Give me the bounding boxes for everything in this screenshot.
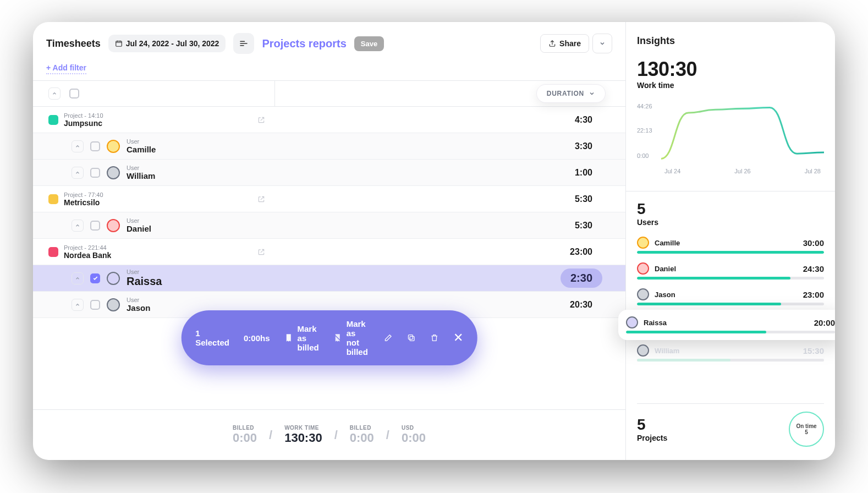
row-meta: Project - 221:44 [64,244,111,251]
duration-column-header[interactable]: DURATION [536,84,606,103]
insights-user-row[interactable]: Jason23:00 [637,284,824,310]
chevron-down-icon [589,90,595,97]
chart-y-tick: 22:13 [637,127,652,134]
billed2-label: BILLED [350,425,371,431]
chart-x-tick: Jul 24 [664,168,680,174]
row-name: Raissa [127,275,162,288]
table-row[interactable]: UserDaniel5:30 [33,212,625,239]
trash-icon [430,333,439,342]
table-row[interactable]: Project - 14:10Jumpsunc4:30 [33,107,625,133]
progress-bar [637,277,824,280]
table-row[interactable]: Project - 77:40Metricsilo5:30 [33,186,625,212]
avatar [107,219,120,232]
table-row[interactable]: Project - 221:44Nordea Bank23:00 [33,239,625,265]
receipt-icon [284,333,293,342]
billed2-value: 0:00 [350,431,374,445]
row-name: Camille [127,145,156,154]
table-row[interactable]: UserCamille3:30 [33,133,625,160]
insights-user-row[interactable]: Raissa20:00 [618,310,835,340]
delete-button[interactable] [430,333,439,342]
project-color-icon [48,194,58,204]
save-button[interactable]: Save [354,36,384,51]
row-duration: 3:30 [575,141,592,151]
row-checkbox[interactable] [90,273,100,283]
insights-user-time: 15:30 [803,346,824,355]
row-duration: 4:30 [575,115,592,125]
insights-user-row[interactable]: Daniel24:30 [637,258,824,284]
duration-label: DURATION [547,90,584,97]
billed-label: BILLED [233,425,254,431]
row-meta: User [127,165,155,171]
avatar [626,316,638,328]
row-collapse-toggle[interactable] [72,167,84,179]
header: Timesheets Jul 24, 2022 - Jul 30, 2022 P… [33,22,625,59]
layout-toggle-button[interactable] [233,33,254,54]
insights-user-name: Raissa [644,319,667,327]
chart-x-tick: Jul 28 [805,168,821,174]
avatar [107,298,120,311]
insights-user-name: William [655,347,679,355]
row-meta: Project - 14:10 [64,112,103,119]
date-range-text: Jul 24, 2022 - Jul 30, 2022 [126,39,219,48]
row-name: Nordea Bank [64,251,111,260]
timesheet-table: DURATION Project - 14:10Jumpsunc4:30User… [33,80,625,409]
insights-work-time-value: 130:30 [637,58,824,81]
work-time-label: WORK TIME [284,425,319,431]
row-collapse-toggle[interactable] [72,140,84,152]
insights-user-name: Camille [655,239,680,247]
mark-billed-button[interactable]: Mark as billed [284,324,318,352]
row-collapse-toggle[interactable] [72,220,84,232]
usd-value: 0:00 [402,431,426,445]
progress-bar [637,359,824,361]
edit-button[interactable] [384,333,393,342]
on-time-label: On time [796,423,816,429]
row-checkbox[interactable] [90,141,100,151]
table-row[interactable]: UserWilliam1:00 [33,160,625,186]
select-all-checkbox[interactable] [69,89,79,98]
row-duration: 2:30 [561,269,602,288]
progress-bar [637,303,824,305]
chart-y-tick: 44:26 [637,103,652,109]
insights-user-time: 23:00 [803,290,824,299]
row-collapse-toggle[interactable] [72,272,84,284]
external-link-icon[interactable] [257,116,265,124]
copy-button[interactable] [407,333,416,342]
row-collapse-toggle[interactable] [72,299,84,311]
table-row[interactable]: UserRaissa2:30 [33,265,625,292]
usd-label: USD [402,425,414,431]
insights-panel: Insights 130:30 Work time 44:26 22:13 0:… [626,22,835,460]
external-link-icon[interactable] [257,195,265,203]
avatar [637,237,649,249]
insights-user-row[interactable]: William15:30 [637,340,824,366]
calendar-icon [115,40,123,47]
row-duration: 23:00 [570,247,592,257]
edit-icon [384,333,393,342]
page-title: Timesheets [46,38,101,50]
share-button[interactable]: Share [540,34,589,53]
avatar [107,166,120,179]
external-link-icon[interactable] [257,248,265,256]
close-action-bar-button[interactable]: ✕ [453,331,463,345]
date-range-picker[interactable]: Jul 24, 2022 - Jul 30, 2022 [108,35,226,52]
selected-hours: 0:00hs [244,333,270,343]
insights-user-time: 20:00 [814,318,835,327]
row-duration: 5:30 [575,194,592,204]
add-filter-button[interactable]: + Add filter [46,63,86,74]
insights-user-name: Daniel [655,265,676,273]
collapse-all-toggle[interactable] [48,87,61,100]
row-checkbox[interactable] [90,221,100,231]
share-dropdown-button[interactable] [592,34,612,53]
receipt-slash-icon [333,333,342,342]
row-checkbox[interactable] [90,168,100,178]
chevron-down-icon [599,40,606,47]
insights-users-label: Users [637,218,824,227]
project-color-icon [48,115,58,125]
mark-not-billed-button[interactable]: Mark as not billed [333,319,370,357]
chart-y-tick: 0:00 [637,152,649,159]
insights-user-row[interactable]: Camille30:00 [637,232,824,258]
insights-title: Insights [637,35,824,47]
billed-value: 0:00 [233,431,257,445]
row-name: Daniel [127,224,151,233]
row-checkbox[interactable] [90,300,100,310]
report-name[interactable]: Projects reports [262,37,346,50]
